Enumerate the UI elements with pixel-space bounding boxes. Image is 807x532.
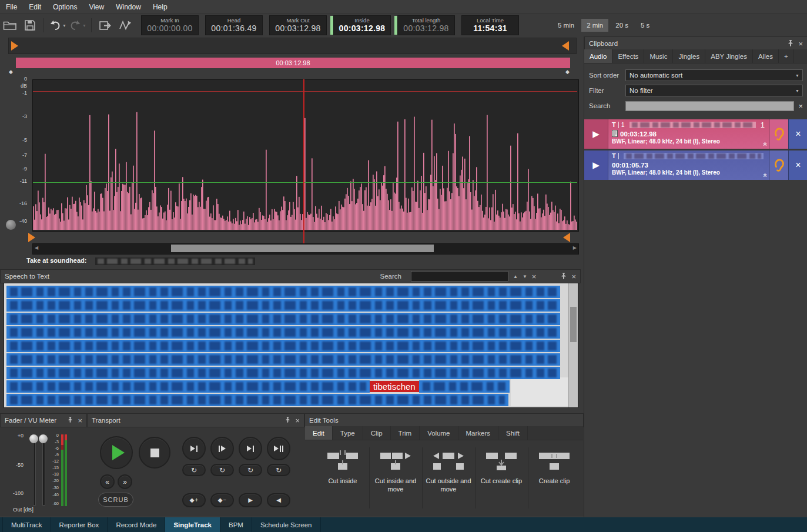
clipboard-tab-+[interactable]: + <box>779 49 794 63</box>
close-panel-icon[interactable]: × <box>295 417 300 424</box>
close-panel-icon[interactable]: × <box>798 40 803 48</box>
screen-tab-schedule-screen[interactable]: Schedule Screen <box>252 517 321 532</box>
transcript-area[interactable]: tibetischen <box>4 283 578 408</box>
transport-nudge-forward-button[interactable]: ▶ <box>239 493 262 507</box>
transcript-line[interactable] <box>6 340 560 352</box>
scroll-right-icon[interactable]: ▶ <box>573 245 577 250</box>
waveform-canvas[interactable] <box>33 80 577 230</box>
clipboard-tab-music[interactable]: Music <box>644 49 673 63</box>
transcript-line[interactable] <box>6 326 560 339</box>
zoom-20-s[interactable]: 20 s <box>610 19 634 32</box>
mark-in-flag-icon[interactable] <box>11 41 18 51</box>
clipboard-tab-aby-jingles[interactable]: ABY Jingles <box>705 49 753 63</box>
clipboard-tab-alles[interactable]: Alles <box>753 49 779 63</box>
fader-knob-right[interactable] <box>39 434 48 443</box>
transcript-scrollbar-thumb[interactable] <box>570 307 577 342</box>
screen-tab-multitrack[interactable]: MultiTrack <box>2 517 51 532</box>
menu-file[interactable]: File <box>0 1 23 13</box>
collapse-chevron-icon[interactable]: « <box>762 173 770 178</box>
mark-out-bottom-icon[interactable] <box>563 233 570 242</box>
overview-ruler[interactable] <box>8 38 577 54</box>
clip-info[interactable]: T1100:03:12.98BWF, Linear; 48.0 kHz, 24 … <box>608 119 769 149</box>
waveform-display[interactable] <box>32 79 579 232</box>
edit-tool-create-clip[interactable]: Create clip <box>528 446 581 513</box>
transport-play-selection-button[interactable] <box>239 437 262 460</box>
selection-range-bar[interactable]: 00:03:12.98 <box>16 58 570 68</box>
speech-search-input[interactable] <box>411 271 508 282</box>
scrub-button[interactable]: SCRUB <box>98 493 133 507</box>
clipboard-search-input[interactable] <box>625 101 794 111</box>
transcript-line-part[interactable] <box>419 380 510 393</box>
undo-button[interactable]: ▼ <box>49 16 66 34</box>
edit-tab-markers[interactable]: Markers <box>458 426 499 440</box>
clipboard-search-clear-icon[interactable]: × <box>798 102 803 111</box>
sort-order-dropdown[interactable]: No automatic sort ▼ <box>625 69 803 81</box>
transcript-line[interactable] <box>6 353 560 366</box>
waveform-edit-icon[interactable] <box>116 16 134 34</box>
transcript-line[interactable] <box>6 367 560 379</box>
transport-loop-continuous-4-button[interactable]: ↻ <box>267 464 290 476</box>
clipboard-item[interactable]: ▶T1100:03:12.98BWF, Linear; 48.0 kHz, 24… <box>584 119 807 149</box>
clipboard-tab-effects[interactable]: Effects <box>612 49 644 63</box>
menu-options[interactable]: Options <box>47 1 83 13</box>
screen-tab-singletrack[interactable]: SingleTrack <box>165 517 220 532</box>
redo-button[interactable]: ▼ <box>69 16 86 34</box>
save-icon[interactable] <box>21 16 39 34</box>
transport-remove-marker-button[interactable]: ◆− <box>210 493 234 507</box>
export-take-icon[interactable] <box>96 16 114 34</box>
edit-tool-cut-inside[interactable]: Cut inside <box>316 446 369 513</box>
menu-edit[interactable]: Edit <box>23 1 47 13</box>
prelisten-ear-button[interactable] <box>769 150 788 180</box>
search-clear-icon[interactable]: × <box>532 273 537 280</box>
transcript-line[interactable] <box>6 299 560 312</box>
clip-prelisten-play-button[interactable]: ▶ <box>584 119 608 149</box>
clip-prelisten-play-button[interactable]: ▶ <box>584 150 608 180</box>
menu-help[interactable]: Help <box>147 1 173 13</box>
transcript-line-part[interactable] <box>6 380 370 393</box>
transcript-scrollbar[interactable] <box>568 283 578 407</box>
redo-dropdown-icon[interactable]: ▼ <box>82 24 86 28</box>
clip-delete-button[interactable]: × <box>788 119 807 149</box>
clipboard-tab-jingles[interactable]: Jingles <box>673 49 705 63</box>
close-panel-icon[interactable]: × <box>571 273 576 280</box>
zoom-5-s[interactable]: 5 s <box>635 19 655 32</box>
open-folder-icon[interactable] <box>1 16 19 34</box>
fader-track-left[interactable] <box>33 437 36 506</box>
clipboard-tab-audio[interactable]: Audio <box>584 49 612 63</box>
stop-button[interactable] <box>139 437 170 469</box>
edit-tab-clip[interactable]: Clip <box>363 426 391 440</box>
transport-loop-continuous-2-button[interactable]: ↻ <box>210 464 234 476</box>
transport-loop-continuous-3-button[interactable]: ↻ <box>239 464 262 476</box>
screen-tab-bpm[interactable]: BPM <box>220 517 252 532</box>
left-diamond-marker-icon[interactable]: ◆ <box>9 69 13 75</box>
transcript-highlight-word[interactable]: tibetischen <box>370 381 419 392</box>
transport-skip-back-button[interactable]: « <box>100 474 115 489</box>
edit-tool-cut-inside-and-move[interactable]: Cut inside and move <box>369 446 422 513</box>
transport-play-pause-button[interactable] <box>267 437 290 460</box>
edit-tab-edit[interactable]: Edit <box>305 426 333 440</box>
level-knob[interactable] <box>6 220 16 230</box>
undo-dropdown-icon[interactable]: ▼ <box>62 24 66 28</box>
mark-out-flag-icon[interactable] <box>562 41 569 51</box>
fader-track-right[interactable] <box>42 437 45 506</box>
transport-play-to-out-button[interactable] <box>182 437 206 460</box>
pin-icon[interactable] <box>68 417 73 424</box>
scroll-left-icon[interactable]: ◀ <box>35 245 38 250</box>
pin-icon[interactable] <box>788 40 793 48</box>
transport-loop-continuous-1-button[interactable]: ↻ <box>182 464 206 476</box>
fader-knob-left[interactable] <box>29 434 38 443</box>
prelisten-ear-button[interactable] <box>769 119 788 149</box>
search-next-icon[interactable]: ▼ <box>523 274 527 279</box>
pin-icon[interactable] <box>285 417 290 424</box>
clip-info[interactable]: T00:01:05.73BWF, Linear; 48.0 kHz, 24 bi… <box>608 150 769 180</box>
scrollbar-thumb[interactable] <box>171 245 434 252</box>
edit-tool-cut-create-clip[interactable]: Cut create clip <box>475 446 528 513</box>
pin-icon[interactable] <box>561 273 567 280</box>
right-diamond-marker-icon[interactable]: ◆ <box>565 69 570 75</box>
transport-play-from-in-button[interactable] <box>210 437 234 460</box>
edit-tab-volume[interactable]: Volume <box>420 426 458 440</box>
zoom-2-min[interactable]: 2 min <box>581 19 608 32</box>
edit-tool-cut-outside-and-move[interactable]: Cut outside and move <box>422 446 475 513</box>
edit-tab-type[interactable]: Type <box>333 426 363 440</box>
filter-dropdown[interactable]: No filter ▼ <box>625 85 803 96</box>
